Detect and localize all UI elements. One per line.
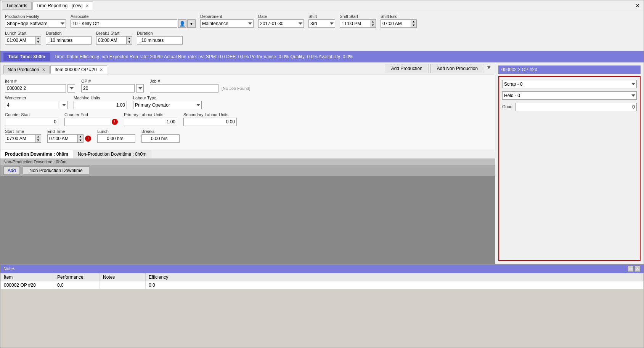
- break1-start-up-btn[interactable]: ▲: [127, 37, 132, 40]
- non-production-tab-close[interactable]: ✕: [42, 67, 45, 72]
- primary-labour-input[interactable]: [124, 118, 177, 126]
- start-time-input[interactable]: [5, 134, 35, 143]
- break1-start-input[interactable]: [96, 36, 127, 45]
- end-time-up-btn[interactable]: ▲: [78, 135, 83, 139]
- break1-duration-input[interactable]: [137, 36, 183, 45]
- window-close-button[interactable]: ✕: [633, 3, 642, 9]
- machine-units-input[interactable]: [74, 101, 127, 109]
- non-production-downtime-button[interactable]: Non Production Downtime: [23, 166, 89, 175]
- shift-start-down-btn[interactable]: ▼: [370, 24, 376, 27]
- op-number-group: OP #: [81, 79, 144, 93]
- job-number-group: Job # [No Job Found]: [150, 79, 250, 93]
- associate-search-icon[interactable]: 👤: [178, 19, 186, 28]
- production-facility-label: Production Facility: [5, 14, 66, 19]
- lunch-start-down-btn[interactable]: ▼: [35, 40, 41, 44]
- col-notes: Notes: [100, 273, 146, 281]
- tab-non-production[interactable]: Non Production ✕: [3, 65, 50, 73]
- cell-notes: [100, 281, 146, 289]
- start-time-down-btn[interactable]: ▼: [35, 139, 41, 142]
- notes-close-icon[interactable]: ✕: [634, 266, 641, 272]
- shift-select[interactable]: 3rd: [308, 19, 335, 28]
- date-select[interactable]: 2017-01-30: [258, 19, 304, 28]
- lunch-duration-group: Duration: [46, 31, 92, 45]
- associate-input[interactable]: 10 - Kelly Ott: [71, 19, 177, 28]
- non-production-downtime-tab[interactable]: Non-Production Downtime : 0h0m: [73, 150, 151, 158]
- break1-duration-group: Duration: [137, 31, 183, 45]
- labour-type-select[interactable]: Primary Operator: [133, 101, 202, 109]
- job-number-label: Job #: [150, 79, 250, 83]
- op-number-select[interactable]: [136, 84, 144, 93]
- production-downtime-tab[interactable]: Production Downtime : 0h0m: [0, 150, 73, 158]
- good-row: Good: [502, 103, 637, 111]
- department-group: Department Maintenance: [200, 14, 254, 28]
- end-time-down-btn[interactable]: ▼: [78, 139, 83, 142]
- primary-labour-label: Primary Labour Units: [124, 112, 177, 117]
- tab-close-icon[interactable]: ✕: [85, 3, 89, 8]
- downtime-tabs: Production Downtime : 0h0m Non-Productio…: [0, 150, 495, 159]
- break1-start-down-btn[interactable]: ▼: [127, 40, 132, 44]
- counter-start-input[interactable]: [5, 118, 58, 126]
- counter-end-input[interactable]: [64, 118, 110, 126]
- department-select[interactable]: Maintenance: [200, 19, 254, 28]
- tab-item[interactable]: Item 000002 OP #20 ✕: [50, 65, 107, 73]
- job-number-input[interactable]: [150, 84, 218, 93]
- shift-end-down-btn[interactable]: ▼: [411, 24, 416, 27]
- tab-timecards[interactable]: Timecards: [2, 2, 32, 10]
- secondary-labour-input[interactable]: [183, 118, 237, 126]
- op-number-input[interactable]: [81, 84, 135, 93]
- more-options-btn[interactable]: ▼: [486, 64, 492, 73]
- shift-start-input[interactable]: [340, 19, 370, 28]
- secondary-labour-label: Secondary Labour Units: [183, 112, 237, 117]
- shift-label: Shift: [308, 14, 335, 19]
- scrap-select[interactable]: Scrap - 0: [502, 80, 637, 88]
- break1-start-label: Break1 Start: [96, 31, 132, 35]
- start-time-label: Start Time: [5, 129, 41, 134]
- lunch-start-up-btn[interactable]: ▲: [35, 37, 41, 40]
- notes-restore-icon[interactable]: ▭: [628, 266, 634, 272]
- scrap-field: Scrap - 0: [502, 80, 637, 88]
- good-label: Good: [502, 104, 512, 109]
- workcenter-group: Workcenter: [5, 96, 67, 109]
- add-downtime-button[interactable]: Add: [3, 166, 20, 175]
- cell-performance: 0.0: [54, 281, 100, 289]
- machine-units-group: Machine Units: [74, 96, 127, 109]
- associate-group: Associate 10 - Kelly Ott 👤 ▼: [71, 14, 196, 28]
- end-time-input[interactable]: [47, 134, 78, 143]
- held-field: Held - 0: [502, 91, 637, 100]
- header-form: Production Facility ShopEdge Software As…: [0, 11, 644, 51]
- counter-end-error-icon: !: [112, 119, 118, 125]
- production-facility-select[interactable]: ShopEdge Software: [5, 19, 66, 28]
- add-production-button[interactable]: Add Production: [385, 64, 429, 73]
- lunch-start-input[interactable]: [5, 36, 35, 45]
- main-window: Timecards Time Reporting - [new] ✕ ✕ Pro…: [0, 0, 644, 348]
- associate-dropdown-btn[interactable]: ▼: [187, 19, 196, 28]
- machine-units-label: Machine Units: [74, 96, 127, 100]
- lunch-duration-label: Duration: [46, 31, 92, 35]
- labour-type-label: Labour Type: [133, 96, 202, 100]
- downtime-area: Production Downtime : 0h0m Non-Productio…: [0, 150, 495, 264]
- good-input[interactable]: [516, 103, 637, 111]
- item-number-select[interactable]: [67, 84, 75, 93]
- header-row-2: Lunch Start ▲ ▼ Duration Break1 Start: [5, 31, 639, 45]
- workcenter-input[interactable]: [5, 101, 58, 109]
- shift-start-up-btn[interactable]: ▲: [370, 20, 376, 24]
- workcenter-select[interactable]: [60, 101, 67, 109]
- start-time-up-btn[interactable]: ▲: [35, 135, 41, 139]
- lunch-duration-input[interactable]: [46, 36, 92, 45]
- breaks-input[interactable]: [141, 134, 180, 143]
- header-row-1: Production Facility ShopEdge Software As…: [5, 14, 639, 28]
- add-non-production-button[interactable]: Add Non Production: [430, 64, 484, 73]
- tab-time-reporting[interactable]: Time Reporting - [new] ✕: [32, 2, 93, 10]
- item-number-input[interactable]: [5, 84, 66, 93]
- held-select[interactable]: Held - 0: [502, 91, 637, 100]
- shift-start-group: Shift Start ▲ ▼: [340, 14, 376, 28]
- lunch-start-group: Lunch Start ▲ ▼: [5, 31, 41, 45]
- item-form-row-4: Start Time ▲ ▼ End Time: [5, 129, 490, 143]
- item-tab-close[interactable]: ✕: [100, 67, 103, 72]
- right-panel: 000002 2 OP #20 Scrap - 0 Held - 0 Good: [495, 62, 644, 264]
- notes-close-buttons: ▭ ✕: [628, 266, 641, 272]
- shift-end-up-btn[interactable]: ▲: [411, 20, 416, 24]
- end-time-error-icon: !: [85, 136, 91, 142]
- lunch-hours-input[interactable]: [97, 134, 135, 143]
- shift-end-input[interactable]: [381, 19, 411, 28]
